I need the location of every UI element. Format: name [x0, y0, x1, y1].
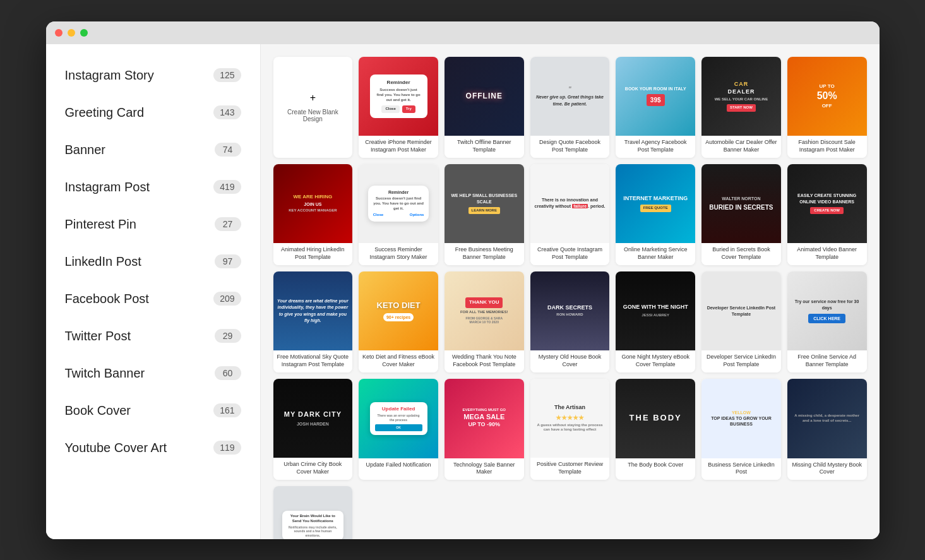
template-card[interactable]: " Never give up. Great things take time.…	[530, 57, 610, 158]
sidebar-item-twitch-banner[interactable]: Twitch Banner 60	[46, 355, 260, 392]
sidebar-item-instagram-post[interactable]: Instagram Post 419	[46, 169, 260, 206]
template-card[interactable]: Your Brain Would Like to Send You Notifi…	[273, 486, 353, 539]
template-card[interactable]: THE BODY The Body Book Cover	[616, 379, 695, 480]
template-card[interactable]: UP TO 50% OFF Fashion Discount Sale Inst…	[787, 57, 867, 158]
sidebar-item-count: 119	[213, 441, 241, 455]
sidebar: Instagram Story 125 Greeting Card 143 Ba…	[46, 44, 261, 539]
close-button[interactable]	[55, 29, 63, 37]
template-title: Business Service LinkedIn Post	[701, 458, 781, 480]
minimize-button[interactable]	[68, 29, 75, 37]
template-title: Free Online Service Ad Banner Template	[787, 350, 867, 372]
template-card[interactable]: Your dreams are what define your individ…	[273, 271, 353, 372]
plus-icon: +	[310, 92, 316, 104]
sidebar-item-count: 143	[213, 105, 241, 119]
sidebar-item-facebook-post[interactable]: Facebook Post 209	[46, 280, 260, 318]
template-card[interactable]: MY DARK CITY JOSH HARDEN Urban Crime Cit…	[273, 379, 353, 480]
template-card[interactable]: WE HELP SMALL BUSINESSES SCALE LEARN MOR…	[445, 164, 524, 265]
template-title: Twitch Offline Banner Template	[445, 136, 524, 157]
template-card[interactable]: GONE WITH THE NIGHT JESSI AUBREY Gone Ni…	[616, 271, 695, 372]
sidebar-item-greeting-card[interactable]: Greeting Card 143	[46, 94, 260, 131]
app-window: Instagram Story 125 Greeting Card 143 Ba…	[46, 21, 880, 539]
template-title: Missing Child Mystery Book Cover	[787, 458, 867, 480]
template-title: Success Reminder Instagram Story Maker	[359, 243, 438, 265]
template-title: Urban Crime City Book Cover Maker	[273, 458, 353, 479]
sidebar-item-youtube-cover-art[interactable]: Youtube Cover Art 119	[46, 429, 260, 467]
template-title: Wedding Thank You Note Facebook Post Tem…	[445, 350, 524, 372]
template-card[interactable]: YELLOW TOP IDEAS TO GROW YOUR BUSINESS B…	[701, 379, 781, 480]
template-title: Creative Quote Instagram Post Template	[530, 243, 610, 265]
template-card[interactable]: CAR DEALER WE SELL YOUR CAR ONLINE START…	[701, 57, 781, 158]
template-title: Animated Hiring LinkedIn Post Template	[273, 243, 353, 265]
sidebar-item-pinterest-pin[interactable]: Pinterest Pin 27	[46, 206, 260, 243]
sidebar-item-label: Banner	[65, 143, 106, 157]
titlebar	[46, 21, 880, 44]
template-card[interactable]: Update Failed There was an error updatin…	[359, 379, 438, 480]
sidebar-item-label: Instagram Story	[65, 68, 154, 83]
sidebar-item-count: 29	[215, 329, 241, 343]
template-title: Online Marketing Service Banner Maker	[616, 243, 695, 265]
sidebar-item-count: 209	[213, 292, 241, 306]
sidebar-item-banner[interactable]: Banner 74	[46, 131, 260, 169]
sidebar-item-count: 27	[215, 217, 241, 231]
template-title: Fashion Discount Sale Instagram Post Mak…	[787, 136, 867, 157]
template-card[interactable]: Try our service now free for 30 days CLI…	[787, 271, 867, 372]
template-card[interactable]: WALTER NORTON BURIED IN SECRETS Buried i…	[701, 164, 781, 265]
template-card[interactable]: Reminder Success doesn't just find you. …	[359, 57, 438, 158]
template-card[interactable]: EASILY CREATE STUNNING ONLINE VIDEO BANN…	[787, 164, 867, 265]
sidebar-item-label: Twitter Post	[65, 329, 131, 343]
template-card[interactable]: WE ARE HIRING JOIN US KEY ACCOUNT MANAGE…	[273, 164, 353, 265]
template-title: The Body Book Cover	[616, 458, 695, 473]
templates-grid: + Create New Blank Design Reminder Succe…	[273, 57, 867, 539]
sidebar-item-count: 97	[215, 254, 241, 268]
template-title: Animated Video Banner Template	[787, 243, 867, 265]
sidebar-item-book-cover[interactable]: Book Cover 161	[46, 392, 260, 429]
sidebar-item-label: Book Cover	[65, 403, 131, 418]
sidebar-item-count: 161	[213, 403, 241, 417]
template-card[interactable]: Developer Service LinkedIn Post Template…	[701, 271, 781, 372]
sidebar-item-label: Facebook Post	[65, 292, 149, 306]
template-title: Buried in Secrets Book Cover Template	[701, 243, 781, 265]
template-title: Technology Sale Banner Maker	[445, 458, 524, 480]
template-card[interactable]: INTERNET MARKETING FREE QUOTE Online Mar…	[616, 164, 695, 265]
template-card[interactable]: Reminder Success doesn't just find you. …	[359, 164, 438, 265]
main-content: + Create New Blank Design Reminder Succe…	[261, 44, 880, 539]
sidebar-item-label: Greeting Card	[65, 105, 145, 120]
create-new-card[interactable]: + Create New Blank Design	[273, 57, 353, 158]
app-body: Instagram Story 125 Greeting Card 143 Ba…	[46, 44, 880, 539]
maximize-button[interactable]	[80, 29, 88, 37]
template-title: Design Quote Facebook Post Template	[530, 136, 610, 157]
template-card[interactable]: A missing child, a desperate mother and …	[787, 379, 867, 480]
sidebar-item-label: LinkedIn Post	[65, 254, 141, 269]
sidebar-item-twitter-post[interactable]: Twitter Post 29	[46, 318, 260, 355]
template-title: Update Failed Notification	[359, 458, 438, 473]
template-card[interactable]: OFFLINE Twitch Offline Banner Template	[445, 57, 524, 158]
template-title: Free Motivational Sky Quote Instagram Po…	[273, 350, 353, 372]
template-card[interactable]: EVERYTHING MUST GO MEGA SALE UP TO -90% …	[445, 379, 524, 480]
sidebar-item-instagram-story[interactable]: Instagram Story 125	[46, 57, 260, 94]
sidebar-item-count: 60	[215, 366, 241, 380]
sidebar-item-label: Pinterest Pin	[65, 217, 136, 232]
template-title: Travel Agency Facebook Post Template	[616, 136, 695, 157]
sidebar-item-label: Youtube Cover Art	[65, 441, 167, 455]
template-card[interactable]: KETO DIET 90+ recipes Keto Diet and Fitn…	[359, 271, 438, 372]
template-card[interactable]: DARK SECRETS RON HOWARD Mystery Old Hous…	[530, 271, 610, 372]
sidebar-item-count: 125	[213, 68, 241, 82]
template-card[interactable]: The Artisan ★★★★★ A guess without stayin…	[530, 379, 610, 480]
template-title: Free Business Meeting Banner Template	[445, 243, 524, 265]
template-title: Creative iPhone Reminder Instagram Post …	[359, 136, 438, 157]
template-title: Mystery Old House Book Cover	[530, 350, 610, 372]
template-card[interactable]: BOOK YOUR ROOM IN ITALY 39$ Travel Agenc…	[616, 57, 695, 158]
template-title: Positive Customer Review Template	[530, 458, 610, 479]
sidebar-item-linkedin-post[interactable]: LinkedIn Post 97	[46, 243, 260, 280]
create-new-label: Create New Blank Design	[273, 109, 353, 122]
template-title: Automobile Car Dealer Offer Banner Maker	[701, 136, 781, 157]
sidebar-item-label: Twitch Banner	[65, 366, 145, 381]
template-title: Keto Diet and Fitness eBook Cover Maker	[359, 350, 438, 372]
template-card[interactable]: THANK YOU FOR ALL THE MEMORIES! FROM GEO…	[445, 271, 524, 372]
template-card[interactable]: There is no innovation and creativity wi…	[530, 164, 610, 265]
sidebar-item-count: 419	[213, 180, 241, 194]
template-title: Gone Night Mystery eBook Cover Template	[616, 350, 695, 372]
sidebar-item-label: Instagram Post	[65, 180, 150, 194]
template-title: Developer Service LinkedIn Post Template	[701, 350, 781, 372]
sidebar-item-count: 74	[215, 143, 241, 157]
